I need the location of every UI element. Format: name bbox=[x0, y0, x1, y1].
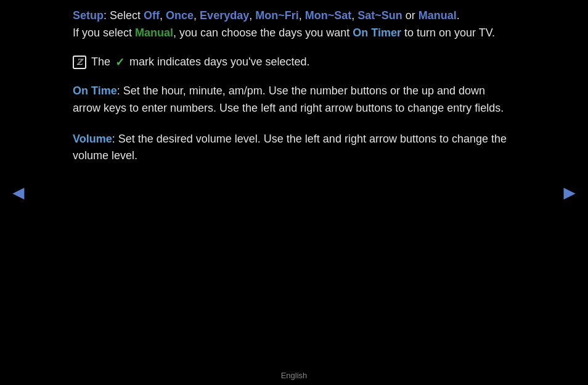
nav-arrow-right[interactable]: ► bbox=[560, 181, 579, 204]
volume-label: Volume bbox=[73, 133, 112, 145]
sat-sun-label: Sat~Sun bbox=[357, 9, 402, 22]
manual2-label: Manual bbox=[135, 27, 173, 39]
on-time-paragraph: On Time: Set the hour, minute, am/pm. Us… bbox=[73, 83, 515, 117]
nav-arrow-left[interactable]: ◄ bbox=[9, 181, 28, 204]
line2-pre: If you select bbox=[73, 27, 135, 39]
note-post-check: mark indicates days you've selected. bbox=[129, 56, 310, 68]
note-icon: ℤ bbox=[73, 56, 86, 69]
line2-mid: , you can choose the days you want bbox=[173, 27, 353, 39]
comma5: , bbox=[351, 9, 357, 22]
volume-text: : Set the desired volume level. Use the … bbox=[73, 133, 507, 162]
period: . bbox=[457, 9, 460, 22]
setup-label: Setup bbox=[73, 9, 104, 22]
checkmark-icon: ✓ bbox=[115, 56, 125, 69]
comma2: , bbox=[194, 9, 200, 22]
on-timer-label: On Timer bbox=[353, 27, 401, 39]
on-time-text: : Set the hour, minute, am/pm. Use the n… bbox=[73, 85, 504, 114]
note-line: ℤ The ✓ mark indicates days you've selec… bbox=[73, 56, 515, 69]
once-label: Once bbox=[166, 9, 194, 22]
on-time-label: On Time bbox=[73, 85, 117, 97]
off-label: Off bbox=[144, 9, 160, 22]
main-content: Setup: Select Off, Once, Everyday, Mon~F… bbox=[73, 7, 515, 178]
line2-post: to turn on your TV. bbox=[401, 27, 495, 39]
mon-sat-label: Mon~Sat bbox=[305, 9, 352, 22]
setup-paragraph: Setup: Select Off, Once, Everyday, Mon~F… bbox=[73, 7, 515, 42]
mon-fri-label: Mon~Fri bbox=[255, 9, 299, 22]
or-text: or bbox=[402, 9, 419, 22]
note-pre-check: The bbox=[91, 56, 110, 68]
volume-paragraph: Volume: Set the desired volume level. Us… bbox=[73, 131, 515, 165]
comma3: , bbox=[249, 9, 255, 22]
comma1: , bbox=[160, 9, 166, 22]
manual-label: Manual bbox=[419, 9, 457, 22]
footer-language: English bbox=[281, 371, 308, 380]
comma4: , bbox=[299, 9, 305, 22]
everyday-label: Everyday bbox=[200, 9, 249, 22]
setup-colon: : Select bbox=[104, 9, 144, 22]
